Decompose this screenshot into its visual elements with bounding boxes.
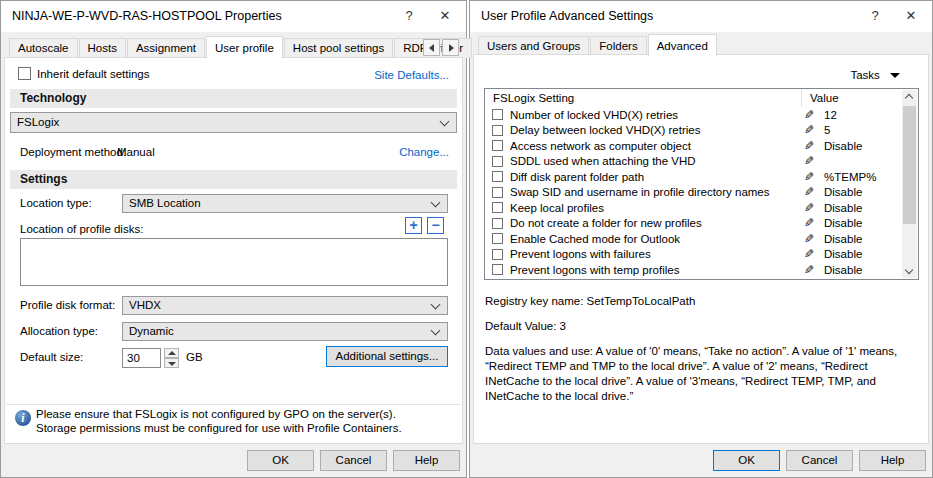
notice-divider [6, 404, 461, 405]
tab-autoscale[interactable]: Autoscale [9, 38, 78, 58]
setting-row[interactable]: Delay between locked VHD(X) retries ✎ 5 [485, 123, 918, 139]
setting-label: Diff disk parent folder path [510, 171, 802, 183]
scroll-down-icon[interactable] [902, 263, 917, 278]
setting-value: Disable [824, 202, 862, 214]
setting-row[interactable]: Diff disk parent folder path ✎ %TEMP% [485, 169, 918, 185]
setting-row[interactable]: Swap SID and username in profile directo… [485, 185, 918, 201]
setting-checkbox[interactable] [492, 125, 503, 136]
tab-hosts[interactable]: Hosts [79, 38, 126, 58]
close-icon[interactable]: ✕ [430, 1, 460, 31]
chevron-down-icon [440, 117, 450, 127]
title-bar: User Profile Advanced Settings ? ✕ [470, 1, 932, 32]
help-icon[interactable]: ? [860, 1, 890, 31]
deployment-method-label: Deployment method: [20, 146, 126, 158]
setting-checkbox[interactable] [492, 202, 503, 213]
profile-disk-format-select[interactable]: VHDX [122, 296, 448, 315]
setting-label: Prevent logons with temp profiles [510, 264, 802, 276]
edit-pencil-icon[interactable]: ✎ [802, 139, 816, 153]
list-scrollbar[interactable] [902, 90, 917, 278]
edit-pencil-icon[interactable]: ✎ [802, 216, 816, 230]
setting-row[interactable]: Prevent logons with temp profiles ✎ Disa… [485, 262, 918, 278]
setting-checkbox[interactable] [492, 187, 503, 198]
change-link[interactable]: Change... [399, 146, 449, 158]
setting-value: Disable [824, 248, 862, 260]
edit-pencil-icon[interactable]: ✎ [802, 170, 816, 184]
setting-label: Access network as computer object [510, 140, 802, 152]
setting-checkbox[interactable] [492, 109, 503, 120]
help-button[interactable]: Help [859, 450, 926, 471]
setting-row[interactable]: Prevent logons with failures ✎ Disable [485, 247, 918, 263]
setting-value: Disable [824, 140, 862, 152]
setting-label: Do not create a folder for new profiles [510, 217, 802, 229]
setting-row[interactable]: Access network as computer object ✎ Disa… [485, 138, 918, 154]
setting-row[interactable]: Keep local profiles ✎ Disable [485, 200, 918, 216]
edit-pencil-icon[interactable]: ✎ [802, 232, 816, 246]
setting-checkbox[interactable] [492, 249, 503, 260]
cancel-button[interactable]: Cancel [320, 450, 387, 471]
tab-scroll-right-icon[interactable] [442, 39, 459, 56]
scroll-up-icon[interactable] [902, 90, 917, 105]
tasks-dropdown[interactable]: Tasks [850, 69, 900, 81]
remove-location-icon[interactable]: − [427, 217, 444, 234]
setting-label: Swap SID and username in profile directo… [510, 186, 802, 198]
add-location-icon[interactable]: + [405, 217, 422, 234]
tab-users-and-groups[interactable]: Users and Groups [478, 36, 589, 56]
tab-folders[interactable]: Folders [590, 36, 646, 56]
setting-row[interactable]: Number of locked VHD(X) retries ✎ 12 [485, 107, 918, 123]
setting-checkbox[interactable] [492, 233, 503, 244]
setting-value: %TEMP% [824, 171, 876, 183]
tab-host-pool-settings[interactable]: Host pool settings [284, 38, 393, 58]
tab-strip: Users and Groups Folders Advanced [478, 32, 924, 56]
cancel-button[interactable]: Cancel [786, 450, 853, 471]
location-type-select[interactable]: SMB Location [122, 194, 448, 213]
ok-button[interactable]: OK [247, 450, 314, 471]
technology-selected-value: FSLogix [17, 116, 59, 128]
setting-checkbox[interactable] [492, 171, 503, 182]
profile-disks-list[interactable] [20, 238, 448, 286]
allocation-type-select[interactable]: Dynamic [122, 322, 448, 341]
data-values-description: Data values and use: A value of '0' mean… [485, 344, 920, 404]
setting-checkbox[interactable] [492, 264, 503, 275]
setting-row[interactable]: SDDL used when attaching the VHD ✎ [485, 154, 918, 170]
technology-section-header: Technology [10, 89, 457, 108]
scrollbar-thumb[interactable] [903, 106, 916, 224]
allocation-type-selected-value: Dynamic [129, 325, 174, 337]
info-icon: i [15, 410, 31, 426]
help-button[interactable]: Help [393, 450, 460, 471]
additional-settings-button[interactable]: Additional settings... [326, 346, 448, 367]
help-icon[interactable]: ? [394, 1, 424, 31]
setting-label: Keep local profiles [510, 202, 802, 214]
user-profile-tab-page: Inherit default settings Site Defaults..… [4, 57, 463, 444]
tab-assignment[interactable]: Assignment [127, 38, 205, 58]
dialog-title: NINJA-WE-P-WVD-RAS-HOSTPOOL Properties [12, 9, 282, 23]
technology-select[interactable]: FSLogix [10, 112, 457, 133]
setting-checkbox[interactable] [492, 156, 503, 167]
tab-user-profile[interactable]: User profile [206, 36, 283, 58]
edit-pencil-icon[interactable]: ✎ [802, 154, 816, 168]
fslogix-settings-list: FSLogix Setting Value Number of locked V… [484, 88, 919, 280]
chevron-down-icon [431, 198, 441, 208]
default-size-input[interactable] [122, 348, 161, 368]
stepper-down-icon[interactable] [164, 358, 179, 368]
ok-button[interactable]: OK [713, 450, 780, 471]
chevron-down-icon [431, 300, 441, 310]
edit-pencil-icon[interactable]: ✎ [802, 201, 816, 215]
edit-pencil-icon[interactable]: ✎ [802, 247, 816, 261]
stepper-up-icon[interactable] [164, 348, 179, 358]
default-size-label: Default size: [20, 351, 83, 363]
setting-checkbox[interactable] [492, 218, 503, 229]
tab-advanced[interactable]: Advanced [648, 34, 717, 56]
chevron-down-icon [431, 326, 441, 336]
setting-checkbox[interactable] [492, 140, 503, 151]
edit-pencil-icon[interactable]: ✎ [802, 263, 816, 277]
site-defaults-link[interactable]: Site Defaults... [374, 69, 449, 81]
setting-row[interactable]: Enable Cached mode for Outlook ✎ Disable [485, 231, 918, 247]
edit-pencil-icon[interactable]: ✎ [802, 108, 816, 122]
edit-pencil-icon[interactable]: ✎ [802, 123, 816, 137]
edit-pencil-icon[interactable]: ✎ [802, 185, 816, 199]
inherit-default-settings-checkbox[interactable] [18, 67, 31, 80]
tab-scroll-left-icon[interactable] [423, 39, 440, 56]
setting-value: 12 [824, 109, 837, 121]
setting-row[interactable]: Do not create a folder for new profiles … [485, 216, 918, 232]
close-icon[interactable]: ✕ [896, 1, 926, 31]
